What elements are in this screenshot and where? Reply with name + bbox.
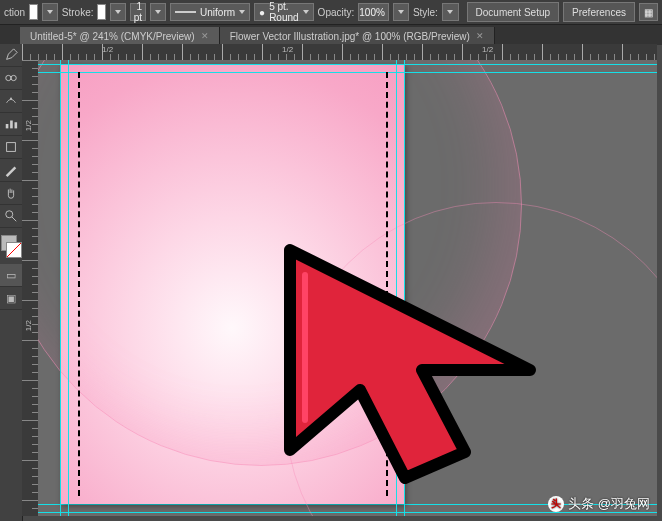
screen-mode-icon[interactable]: ▣ xyxy=(0,287,22,310)
document-tabs: Untitled-5* @ 241% (CMYK/Preview) ✕ Flow… xyxy=(0,25,662,45)
guide-line[interactable] xyxy=(60,60,61,516)
tab-untitled[interactable]: Untitled-5* @ 241% (CMYK/Preview) ✕ xyxy=(20,27,220,45)
zoom-tool[interactable] xyxy=(0,205,22,228)
svg-point-0 xyxy=(6,75,11,80)
ruler-tick-label: 1/2 xyxy=(282,45,293,54)
guide-line[interactable] xyxy=(38,64,657,65)
guide-line[interactable] xyxy=(38,72,657,73)
svg-point-1 xyxy=(11,75,16,80)
stroke-color-icon[interactable] xyxy=(6,242,22,258)
guide-line[interactable] xyxy=(396,60,397,516)
stroke-swatch[interactable] xyxy=(97,4,106,20)
hand-tool[interactable] xyxy=(0,182,22,205)
symbol-tool[interactable] xyxy=(0,90,22,113)
brush-profile-dropdown[interactable]: Uniform xyxy=(170,3,250,21)
guide-line[interactable] xyxy=(404,60,405,516)
tab-flower[interactable]: Flower Vector Illustration.jpg* @ 100% (… xyxy=(220,27,495,45)
style-dropdown[interactable] xyxy=(442,3,459,21)
stroke-weight-field[interactable]: 1 pt xyxy=(130,3,146,21)
slice-tool[interactable] xyxy=(0,159,22,182)
svg-point-7 xyxy=(6,211,13,218)
fill-dropdown[interactable] xyxy=(42,3,58,21)
horizontal-ruler[interactable]: 1/2 1/2 1/2 xyxy=(22,44,657,61)
vertical-ruler[interactable]: 1/2 1/2 xyxy=(22,60,39,516)
graph-tool[interactable] xyxy=(0,113,22,136)
document-setup-button[interactable]: Document Setup xyxy=(467,2,560,22)
blend-tool[interactable] xyxy=(0,67,22,90)
canvas[interactable] xyxy=(38,60,657,516)
close-icon[interactable]: ✕ xyxy=(476,31,484,41)
preferences-button[interactable]: Preferences xyxy=(563,2,635,22)
ruler-tick-label: 1/2 xyxy=(482,45,493,54)
svg-rect-3 xyxy=(6,124,9,128)
stroke-label: Stroke: xyxy=(62,7,94,18)
watermark-text: 头条 @羽兔网 xyxy=(568,495,650,513)
opacity-label: Opacity: xyxy=(318,7,355,18)
selection-edge xyxy=(386,72,388,496)
variable-width-dropdown[interactable]: ●5 pt. Round xyxy=(254,3,314,21)
color-mode-icon[interactable]: ▭ xyxy=(0,264,22,287)
tab-label: Untitled-5* @ 241% (CMYK/Preview) xyxy=(30,31,195,42)
selection-edge xyxy=(78,72,80,496)
svg-rect-4 xyxy=(10,121,13,129)
ruler-tick-label: 1/2 xyxy=(24,120,33,131)
stroke-dropdown[interactable] xyxy=(110,3,126,21)
svg-rect-6 xyxy=(7,143,16,152)
ruler-tick-label: 1/2 xyxy=(24,320,33,331)
fill-stroke-swatches[interactable] xyxy=(0,234,22,264)
tab-label: Flower Vector Illustration.jpg* @ 100% (… xyxy=(230,31,470,42)
watermark-logo-icon: 头 xyxy=(548,496,564,512)
opacity-field[interactable]: 100% xyxy=(358,3,389,21)
options-bar: ction Stroke: 1 pt Uniform ●5 pt. Round … xyxy=(0,0,662,25)
svg-point-2 xyxy=(10,98,12,100)
align-dropdown[interactable]: ▦ xyxy=(639,3,658,21)
svg-line-8 xyxy=(12,217,16,221)
artboard-tool[interactable] xyxy=(0,136,22,159)
opacity-dropdown[interactable] xyxy=(393,3,409,21)
stroke-weight-dropdown[interactable] xyxy=(150,3,166,21)
svg-rect-5 xyxy=(15,122,18,128)
watermark: 头 头条 @羽兔网 xyxy=(548,495,650,513)
fill-swatch[interactable] xyxy=(29,4,38,20)
eyedropper-tool[interactable] xyxy=(0,44,22,67)
selection-label: ction xyxy=(4,7,25,18)
tools-panel: ▭ ▣ xyxy=(0,44,23,521)
close-icon[interactable]: ✕ xyxy=(201,31,209,41)
ruler-tick-label: 1/2 xyxy=(102,45,113,54)
style-label: Style: xyxy=(413,7,438,18)
guide-line[interactable] xyxy=(68,60,69,516)
artboard[interactable] xyxy=(60,64,404,504)
